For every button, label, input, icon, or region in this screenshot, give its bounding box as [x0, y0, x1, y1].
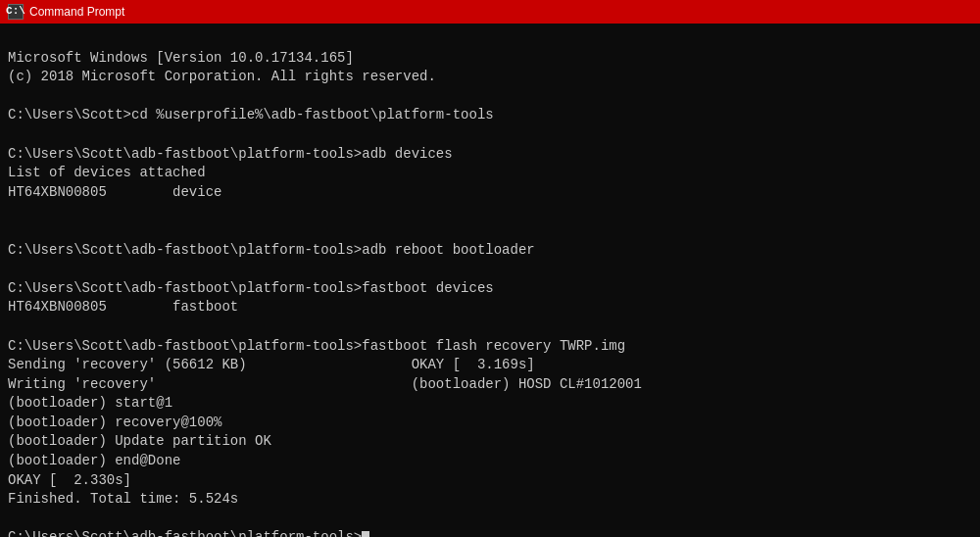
terminal-line — [8, 87, 972, 107]
title-bar: C:\ Command Prompt — [0, 0, 980, 24]
window-title: Command Prompt — [29, 4, 124, 21]
terminal-line: C:\Users\Scott\adb-fastboot\platform-too… — [8, 145, 972, 165]
terminal-line — [8, 317, 972, 337]
terminal-cursor — [362, 531, 369, 537]
terminal-line — [8, 221, 972, 241]
terminal-line: (c) 2018 Microsoft Corporation. All righ… — [8, 68, 972, 87]
terminal-body: Microsoft Windows [Version 10.0.17134.16… — [0, 24, 980, 537]
terminal-line: (bootloader) end@Done — [8, 452, 972, 471]
app-icon: C:\ — [8, 4, 24, 20]
terminal-line: C:\Users\Scott\adb-fastboot\platform-too… — [8, 279, 972, 299]
terminal-line — [8, 510, 972, 529]
terminal-line: (bootloader) start@1 — [8, 394, 972, 414]
terminal-line — [8, 125, 972, 145]
terminal-line: C:\Users\Scott\adb-fastboot\platform-too… — [8, 528, 972, 537]
terminal-line: OKAY [ 2.330s] — [8, 471, 972, 491]
terminal-line: HT64XBN00805 fastboot — [8, 298, 972, 317]
terminal-line: Sending 'recovery' (56612 KB) OKAY [ 3.1… — [8, 356, 972, 375]
terminal-line: Writing 'recovery' (bootloader) HOSD CL#… — [8, 375, 972, 395]
terminal-line: C:\Users\Scott\adb-fastboot\platform-too… — [8, 241, 972, 261]
terminal-line: (bootloader) recovery@100% — [8, 414, 972, 433]
terminal-line: (bootloader) Update partition OK — [8, 432, 972, 452]
terminal-line: C:\Users\Scott>cd %userprofile%\adb-fast… — [8, 106, 972, 125]
terminal-line: HT64XBN00805 device — [8, 183, 972, 203]
terminal-line: List of devices attached — [8, 164, 972, 183]
terminal-line: C:\Users\Scott\adb-fastboot\platform-too… — [8, 337, 972, 357]
terminal-line: Finished. Total time: 5.524s — [8, 490, 972, 510]
terminal-line — [8, 202, 972, 221]
terminal-line — [8, 260, 972, 279]
terminal-line: Microsoft Windows [Version 10.0.17134.16… — [8, 49, 972, 69]
